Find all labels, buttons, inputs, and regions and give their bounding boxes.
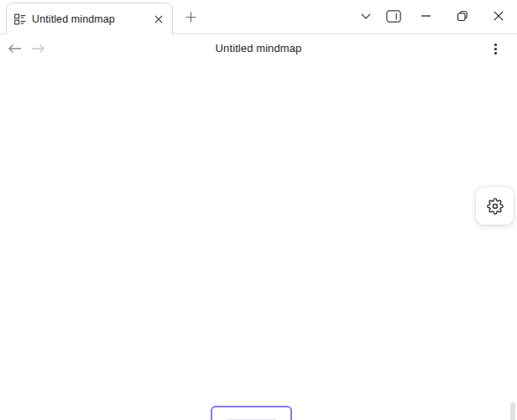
gear-icon [487,198,504,215]
root-node[interactable]: Root [211,406,292,420]
tab-untitled-mindmap[interactable]: Untitled mindmap [6,3,173,34]
close-icon [154,15,163,23]
tab-list-button[interactable] [352,3,379,29]
mindmap-outline-icon [14,13,26,25]
window-close-button[interactable] [485,3,512,29]
minimize-icon [421,15,431,17]
settings-button[interactable] [476,187,514,225]
tab-strip: Untitled mindmap [0,0,517,34]
tab-title: Untitled mindmap [32,13,150,25]
new-tab-button[interactable] [181,8,200,26]
kebab-menu-icon [494,44,497,54]
restore-window-icon [457,11,467,21]
minimize-button[interactable] [412,3,439,29]
close-icon [494,11,504,21]
side-panel-button[interactable] [380,3,407,29]
tab-close-button[interactable] [150,11,167,28]
mindmap-canvas[interactable]: Root [0,63,517,420]
vertical-scrollbar-thumb[interactable] [510,402,515,420]
chevron-down-icon [361,13,371,19]
sidebar-toggle-icon [386,10,401,23]
menu-button[interactable] [485,39,506,60]
toolbar: Untitled mindmap [0,34,517,63]
plus-icon [185,12,196,23]
document-title: Untitled mindmap [0,42,517,54]
restore-window-button[interactable] [449,3,476,29]
